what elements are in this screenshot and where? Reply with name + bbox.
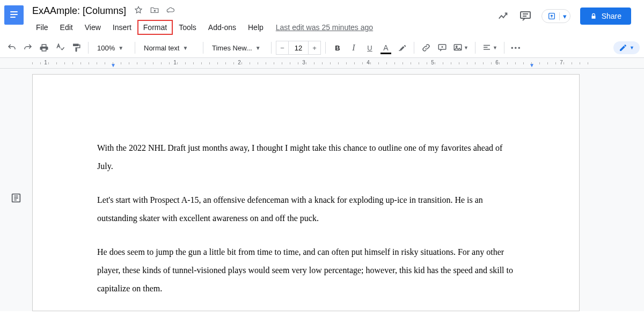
separator: [414, 42, 414, 54]
underline-button[interactable]: U: [362, 40, 377, 55]
chevron-down-icon: ▼: [630, 45, 634, 50]
menu-format[interactable]: Format: [137, 20, 173, 35]
chevron-down-icon: ▼: [182, 45, 188, 51]
paragraph: With the 2022 NHL Draft just months away…: [97, 139, 515, 175]
font-size-decrease[interactable]: −: [276, 41, 289, 55]
toolbar: 100%▼ Normal text▼ Times New...▼ − + B I…: [0, 38, 644, 58]
menu-edit[interactable]: Edit: [54, 20, 79, 35]
more-tools-button[interactable]: •••: [509, 40, 524, 55]
align-button[interactable]: ▼: [480, 40, 500, 55]
separator: [271, 42, 272, 54]
font-size-input[interactable]: [289, 41, 308, 55]
chevron-down-icon[interactable]: ▾: [559, 12, 567, 20]
ruler-num: 5: [431, 60, 434, 65]
svg-rect-2: [10, 17, 16, 18]
menu-help[interactable]: Help: [242, 20, 269, 35]
font-family-value: Times New...: [212, 44, 252, 52]
paragraph: Let's start with Prospect A-15, an offen…: [97, 191, 515, 227]
svg-rect-1: [10, 14, 18, 15]
zoom-value: 100%: [97, 44, 115, 52]
paragraph-style-value: Normal text: [144, 44, 179, 52]
ruler-num: 6: [495, 60, 499, 65]
chevron-down-icon: ▼: [118, 45, 123, 51]
pencil-icon: [619, 43, 627, 52]
paint-format-button[interactable]: [69, 40, 84, 55]
cloud-status-icon[interactable]: [166, 5, 175, 17]
ruler-num: 1: [44, 60, 47, 65]
share-label: Share: [602, 12, 621, 20]
spellcheck-button[interactable]: [53, 40, 68, 55]
insert-image-button[interactable]: ▼: [451, 40, 471, 55]
italic-button[interactable]: I: [346, 40, 361, 55]
bold-button[interactable]: B: [330, 40, 345, 55]
redo-button[interactable]: [20, 40, 35, 55]
undo-button[interactable]: [4, 40, 19, 55]
ruler-num: 7: [560, 60, 563, 65]
text-color-button[interactable]: A: [378, 40, 393, 55]
horizontal-ruler[interactable]: 1 ▼ 1 2 3 4 5 6 ▼ 7: [0, 58, 644, 69]
outline-toggle-icon[interactable]: [10, 85, 22, 311]
separator: [88, 42, 89, 54]
insert-link-button[interactable]: [419, 40, 434, 55]
menu-tools[interactable]: Tools: [173, 20, 202, 35]
docs-logo-icon[interactable]: [4, 5, 24, 25]
ruler-num: 3: [302, 60, 305, 65]
separator: [203, 42, 203, 54]
app-header: ExAAmple: [Columns] File Edit View Inser…: [0, 0, 644, 35]
chevron-down-icon: ▼: [493, 45, 497, 50]
document-canvas: With the 2022 NHL Draft just months away…: [0, 69, 644, 311]
document-title[interactable]: ExAAmple: [Columns]: [30, 4, 128, 18]
comments-icon[interactable]: [519, 10, 532, 23]
ruler-num: 2: [238, 60, 241, 65]
separator: [504, 42, 504, 54]
font-size-increase[interactable]: +: [308, 41, 321, 55]
print-button[interactable]: [36, 40, 52, 55]
svg-point-7: [456, 46, 457, 47]
svg-rect-0: [10, 11, 18, 12]
chevron-down-icon: ▼: [255, 45, 261, 51]
last-edit-link[interactable]: Last edit was 25 minutes ago: [276, 23, 373, 32]
present-up-icon: [547, 12, 556, 20]
svg-rect-3: [521, 12, 530, 18]
share-button[interactable]: Share: [580, 8, 631, 25]
insert-comment-button[interactable]: [435, 40, 450, 55]
chevron-down-icon: ▼: [464, 45, 469, 50]
editing-mode-button[interactable]: ▼: [613, 41, 640, 54]
star-icon[interactable]: [134, 5, 143, 17]
move-folder-icon[interactable]: [150, 5, 159, 17]
separator: [475, 42, 475, 54]
font-size-stepper: − +: [276, 41, 321, 55]
paragraph-style-dropdown[interactable]: Normal text▼: [140, 40, 199, 55]
separator: [325, 42, 326, 54]
ruler-num: 4: [367, 60, 370, 65]
present-button-split[interactable]: ▾: [541, 9, 570, 23]
menu-bar: File Edit View Insert Format Tools Add-o…: [30, 20, 373, 35]
separator: [135, 42, 135, 54]
ruler-num: 1: [173, 60, 177, 65]
activity-trend-icon[interactable]: [497, 10, 509, 22]
menu-file[interactable]: File: [30, 20, 54, 35]
menu-view[interactable]: View: [79, 20, 107, 35]
zoom-dropdown[interactable]: 100%▼: [93, 40, 130, 55]
lock-icon: [590, 12, 597, 20]
paragraph: He does seem to jump the gun a little bi…: [97, 243, 515, 297]
menu-addons[interactable]: Add-ons: [202, 20, 242, 35]
menu-insert[interactable]: Insert: [107, 20, 137, 35]
document-page[interactable]: With the 2022 NHL Draft just months away…: [32, 74, 580, 311]
font-family-dropdown[interactable]: Times New...▼: [208, 40, 267, 55]
highlight-button[interactable]: [394, 40, 409, 55]
